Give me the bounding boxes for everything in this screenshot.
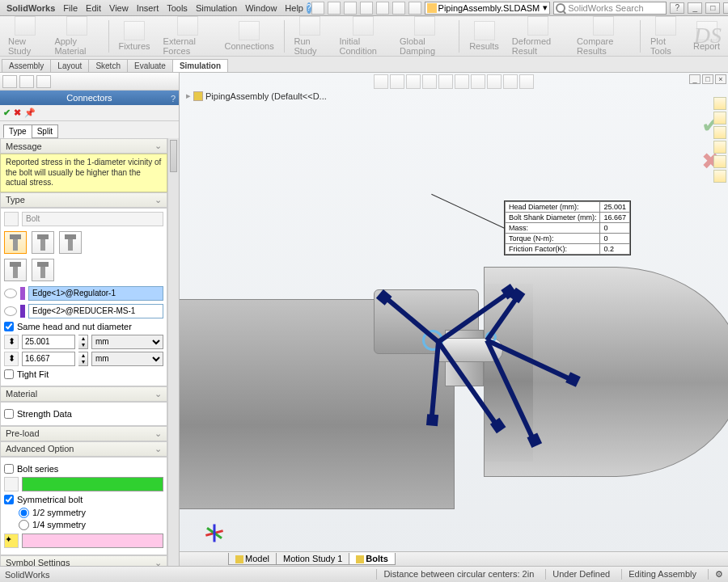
hide-show-button[interactable] [471, 74, 485, 89]
shank-diameter-unit[interactable]: mm [91, 352, 163, 366]
prev-view-button[interactable] [406, 74, 421, 89]
tab-evaluate[interactable]: Evaluate [127, 59, 173, 72]
expand-tree-icon[interactable]: ▸ [186, 91, 191, 101]
flyout-tree-root[interactable]: ▸ PipingAssembly (Default<<D... [186, 91, 327, 101]
taskpane-appearances-button[interactable] [713, 155, 726, 168]
ribbon-apply-material[interactable]: Apply Material [51, 16, 101, 56]
config-tab-button[interactable] [36, 75, 51, 88]
head-diameter-unit[interactable]: mm [91, 335, 163, 349]
tab-assembly[interactable]: Assembly [2, 59, 51, 72]
same-head-nut-checkbox[interactable]: Same head and nut diameter [4, 322, 163, 331]
save-button[interactable] [344, 2, 357, 15]
series-color-picker[interactable] [22, 477, 163, 491]
ribbon-new-study[interactable]: New Study [5, 16, 44, 56]
head-diameter-spinner[interactable]: ▴▾ [78, 335, 88, 349]
graphics-viewport[interactable]: _ □ × ▸ PipingAssembly (Default<<D... ✔ … [180, 73, 728, 566]
menu-file[interactable]: File [63, 3, 78, 13]
zoom-area-button[interactable] [390, 74, 404, 89]
zoom-fit-button[interactable] [374, 74, 388, 89]
pm-tab-type[interactable]: Type [3, 124, 32, 138]
half-symmetry-radio[interactable]: 1/2 symmetry [19, 508, 163, 518]
edge2-selection-field[interactable] [28, 304, 163, 318]
tab-simulation[interactable]: Simulation [172, 59, 228, 72]
tab-model[interactable]: Model [228, 553, 277, 565]
symbol-color-picker[interactable] [22, 534, 163, 548]
ribbon-compare-results[interactable]: Compare Results [574, 16, 633, 56]
pm-cancel-button[interactable]: ✖ [14, 108, 21, 118]
menu-insert[interactable]: Insert [137, 3, 159, 13]
quarter-symmetry-radio[interactable]: 1/4 symmetry [19, 520, 163, 530]
pm-preload-header[interactable]: Pre-load⌄ [0, 426, 167, 441]
bolt-counterbore-nut-button[interactable] [4, 231, 27, 254]
symmetrical-bolt-checkbox[interactable]: Symmetrical bolt [4, 495, 163, 504]
ribbon-deformed-result[interactable]: Deformed Result [509, 16, 567, 56]
rebuild-button[interactable] [408, 2, 421, 15]
ribbon-connections[interactable]: Connections [222, 21, 277, 51]
ribbon-fixtures[interactable]: Fixtures [115, 21, 153, 51]
pm-advanced-header[interactable]: Advanced Option⌄ [0, 441, 167, 457]
tab-motion-study[interactable]: Motion Study 1 [276, 553, 349, 565]
tight-fit-checkbox[interactable]: Tight Fit [4, 369, 163, 379]
child-close-button[interactable]: × [715, 74, 726, 84]
ribbon-plot-tools[interactable]: Plot Tools [647, 16, 684, 56]
display-style-button[interactable] [455, 74, 469, 89]
taskpane-design-library-button[interactable] [713, 112, 726, 124]
shank-diameter-spinner[interactable]: ▴▾ [78, 352, 88, 366]
child-maximize-button[interactable]: □ [702, 74, 713, 84]
property-tab-button[interactable] [19, 75, 34, 88]
callout-row-value[interactable]: 25.001 [600, 202, 630, 213]
document-name-combo[interactable]: PipingAssembly.SLDASM ▾ [425, 2, 551, 15]
child-minimize-button[interactable]: _ [689, 74, 700, 84]
taskpane-custom-props-button[interactable] [713, 170, 726, 183]
tab-layout[interactable]: Layout [50, 59, 89, 72]
edit-appearance-button[interactable] [487, 74, 502, 89]
edge1-selection-field[interactable] [28, 286, 163, 301]
connector-type-combo[interactable] [22, 212, 163, 226]
close-button[interactable]: × [723, 2, 728, 14]
minimize-button[interactable]: _ [688, 2, 702, 14]
undo-button[interactable] [376, 2, 389, 15]
bolt-series-checkbox[interactable]: Bolt series [4, 464, 163, 474]
status-extras[interactable]: ⚙ [708, 569, 723, 580]
bolt-countersink-nut-button[interactable] [32, 231, 54, 254]
section-view-button[interactable] [422, 74, 437, 89]
bolt-counterbore-screw-button[interactable] [59, 231, 82, 254]
ribbon-global-damping[interactable]: Global Damping [396, 16, 452, 56]
view-orientation-button[interactable] [438, 74, 453, 89]
pm-symbol-settings-header[interactable]: Symbol Settings⌄ [0, 555, 167, 567]
pm-ok-button[interactable]: ✔ [3, 108, 11, 118]
apply-scene-button[interactable] [503, 74, 518, 89]
ribbon-run-study[interactable]: Run Study [290, 16, 329, 56]
menu-simulation[interactable]: Simulation [196, 3, 237, 13]
tab-sketch[interactable]: Sketch [88, 59, 128, 72]
pm-message-header[interactable]: Message⌄ [0, 138, 167, 154]
view-settings-button[interactable] [519, 74, 534, 89]
menu-edit[interactable]: Edit [86, 3, 101, 13]
maximize-button[interactable]: □ [705, 2, 720, 14]
feature-tree-tab-button[interactable] [2, 75, 17, 88]
bolt-foundation-button[interactable] [32, 259, 54, 281]
pm-pushpin-icon[interactable]: 📌 [24, 108, 36, 118]
tab-bolts[interactable]: Bolts [349, 553, 396, 565]
menu-view[interactable]: View [109, 3, 129, 13]
new-doc-button[interactable] [311, 2, 324, 15]
print-button[interactable] [360, 2, 373, 15]
options-button[interactable] [392, 2, 405, 15]
taskpane-file-explorer-button[interactable] [713, 126, 726, 139]
head-diameter-field[interactable] [22, 335, 75, 349]
pm-help-icon[interactable]: ? [171, 91, 176, 106]
open-doc-button[interactable] [328, 2, 341, 15]
ribbon-results[interactable]: Results [466, 21, 502, 51]
orientation-triad[interactable] [196, 509, 228, 542]
taskpane-resources-button[interactable] [713, 97, 726, 110]
search-box[interactable]: SolidWorks Search [553, 2, 667, 15]
taskpane-view-palette-button[interactable] [713, 141, 726, 154]
menu-help[interactable]: Help [285, 3, 303, 13]
ribbon-initial-condition[interactable]: Initial Condition [336, 16, 390, 56]
ribbon-external-forces[interactable]: External Forces [160, 16, 215, 56]
menu-window[interactable]: Window [245, 3, 277, 13]
pm-tab-split[interactable]: Split [32, 124, 58, 138]
bolt-countersink-screw-button[interactable] [4, 259, 27, 281]
shank-diameter-field[interactable] [22, 352, 75, 366]
pm-type-header[interactable]: Type⌄ [0, 192, 167, 208]
